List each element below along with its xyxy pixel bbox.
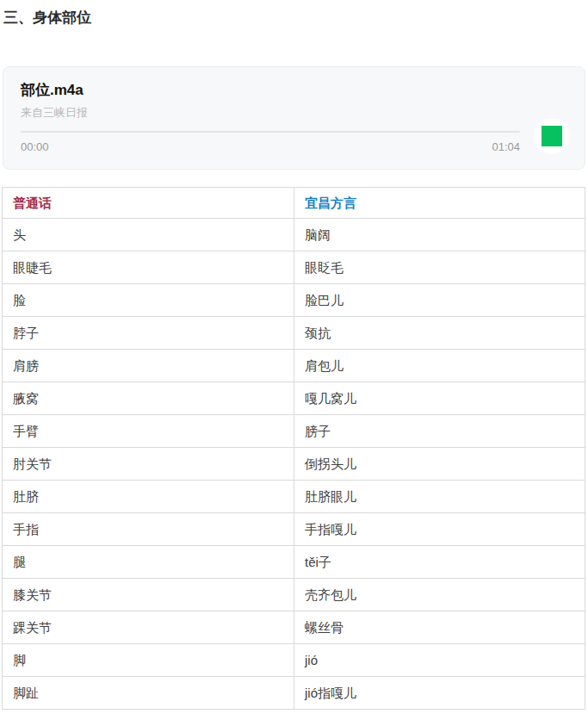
table-row: 头脑阔 (3, 219, 585, 251)
table-row: 脸脸巴儿 (3, 284, 585, 317)
table-header-row: 普通话 宜昌方言 (3, 188, 585, 219)
cell-mandarin: 脖子 (3, 317, 294, 350)
table-row: 脖子颈抗 (3, 317, 585, 350)
stop-icon (542, 126, 562, 146)
cell-mandarin: 踝关节 (3, 611, 294, 644)
cell-dialect: 膀子 (294, 415, 585, 448)
cell-dialect: 嘎几窝儿 (294, 382, 585, 415)
table-row: 腿těi子 (3, 546, 585, 579)
cell-mandarin: 眼睫毛 (3, 251, 294, 284)
table-row: 踝关节螺丝骨 (3, 611, 585, 644)
table-row: 手臂膀子 (3, 415, 585, 448)
audio-current-time: 00:00 (21, 140, 49, 153)
audio-filename: 部位.m4a (21, 81, 567, 100)
table-row: 手指手指嘎儿 (3, 513, 585, 546)
cell-dialect: 螺丝骨 (294, 611, 585, 644)
dialect-table: 普通话 宜昌方言 头脑阔 眼睫毛眼眨毛 脸脸巴儿 脖子颈抗 肩膀肩包儿 腋窝嘎几… (2, 187, 585, 710)
column-header-dialect: 宜昌方言 (294, 188, 585, 219)
cell-dialect: 肚脐眼儿 (294, 481, 585, 513)
audio-progress-bar[interactable] (21, 131, 520, 133)
audio-time-row: 00:00 01:04 (21, 140, 520, 153)
audio-source-label: 来自三峡日报 (21, 106, 567, 120)
cell-dialect: 手指嘎儿 (294, 513, 585, 546)
cell-mandarin: 头 (3, 219, 294, 251)
table-row: 腋窝嘎几窝儿 (3, 382, 585, 415)
cell-mandarin: 脚 (3, 644, 294, 677)
cell-dialect: 壳齐包儿 (294, 579, 585, 611)
table-row: 膝关节壳齐包儿 (3, 579, 585, 611)
cell-dialect: 肩包儿 (294, 350, 585, 382)
table-row: 脚趾jió指嘎儿 (3, 677, 585, 710)
cell-dialect: jió (294, 644, 585, 677)
cell-mandarin: 脸 (3, 284, 294, 317)
cell-dialect: 脑阔 (294, 219, 585, 251)
section-heading: 三、身体部位 (3, 9, 588, 28)
cell-mandarin: 腋窝 (3, 382, 294, 415)
table-row: 眼睫毛眼眨毛 (3, 251, 585, 284)
cell-dialect: 倒拐头儿 (294, 448, 585, 481)
cell-dialect: těi子 (294, 546, 585, 579)
cell-mandarin: 肚脐 (3, 481, 294, 513)
cell-dialect: 颈抗 (294, 317, 585, 350)
cell-mandarin: 肩膀 (3, 350, 294, 382)
cell-mandarin: 膝关节 (3, 579, 294, 611)
cell-dialect: 眼眨毛 (294, 251, 585, 284)
cell-mandarin: 肘关节 (3, 448, 294, 481)
column-header-mandarin: 普通话 (3, 188, 294, 219)
cell-dialect: 脸巴儿 (294, 284, 585, 317)
cell-mandarin: 腿 (3, 546, 294, 579)
cell-mandarin: 手臂 (3, 415, 294, 448)
audio-total-time: 01:04 (492, 140, 520, 153)
table-row: 肚脐肚脐眼儿 (3, 481, 585, 513)
cell-mandarin: 脚趾 (3, 677, 294, 710)
table-row: 肘关节倒拐头儿 (3, 448, 585, 481)
play-button[interactable] (534, 118, 570, 154)
cell-dialect: jió指嘎儿 (294, 677, 585, 710)
table-row: 肩膀肩包儿 (3, 350, 585, 382)
cell-mandarin: 手指 (3, 513, 294, 546)
table-row: 脚jió (3, 644, 585, 677)
audio-player-card: 部位.m4a 来自三峡日报 00:00 01:04 (3, 66, 585, 170)
